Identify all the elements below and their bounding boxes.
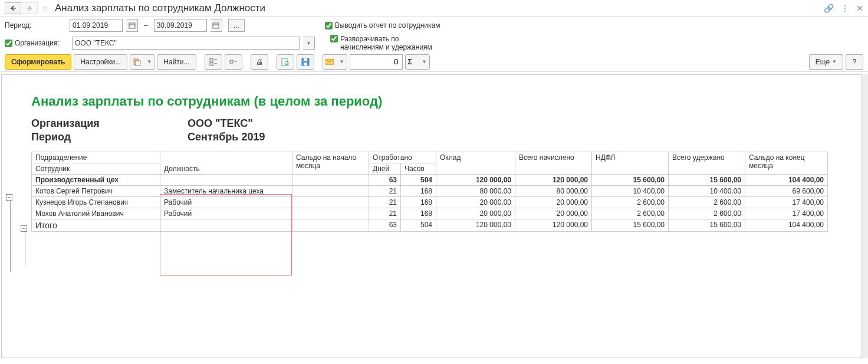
more-label: Еще bbox=[816, 58, 830, 66]
table-row[interactable]: Котов Сергей Петрович Заместитель началь… bbox=[32, 186, 828, 197]
expand-tree-button[interactable] bbox=[205, 54, 222, 70]
sigma-dropdown-button[interactable]: Σ ▼ bbox=[405, 54, 430, 70]
table-row[interactable]: Мохов Анатолий Иванович Рабочий 21 168 2… bbox=[32, 208, 828, 219]
cell-accrued: 20 000,00 bbox=[515, 197, 592, 208]
report-table: Подразделение Должность Сальдо на начало… bbox=[31, 152, 828, 232]
cell-salary: 80 000,00 bbox=[436, 186, 515, 197]
date-separator: – bbox=[144, 21, 148, 29]
date-to-value: 30.09.2019 bbox=[157, 21, 192, 29]
date-to-input[interactable]: 30.09.2019 bbox=[154, 19, 207, 32]
report-area: − − Анализ зарплаты по сотрудникам (в це… bbox=[1, 74, 862, 358]
paste-icon bbox=[133, 58, 141, 66]
cell-ndfl: 2 600,00 bbox=[592, 197, 669, 208]
chevron-down-icon: ▼ bbox=[340, 59, 344, 64]
favorite-star-icon[interactable]: ☆ bbox=[41, 4, 49, 13]
cell-days: 21 bbox=[369, 208, 401, 219]
cell-balance-end: 69 600,00 bbox=[745, 186, 828, 197]
cell-employee: Кузнецов Игорь Степанович bbox=[32, 197, 160, 208]
calendar-from-button[interactable] bbox=[126, 19, 138, 32]
report-org-value: ООО "ТЕКС" bbox=[188, 117, 862, 130]
svg-rect-4 bbox=[213, 23, 219, 28]
vertical-scrollbar[interactable] bbox=[862, 74, 868, 358]
cell-salary: 20 000,00 bbox=[436, 197, 515, 208]
help-button[interactable]: ? bbox=[846, 54, 863, 70]
report-period-value: Сентябрь 2019 bbox=[188, 131, 862, 143]
total-days: 63 bbox=[369, 219, 401, 232]
group-hours: 504 bbox=[401, 175, 436, 186]
date-from-input[interactable]: 01.09.2019 bbox=[70, 19, 123, 32]
cell-employee: Мохов Анатолий Иванович bbox=[32, 208, 160, 219]
svg-rect-18 bbox=[304, 63, 307, 65]
cell-hours: 168 bbox=[401, 197, 436, 208]
preview-button[interactable] bbox=[277, 54, 294, 70]
magnifier-doc-icon bbox=[281, 58, 290, 66]
th-ndfl: НДФЛ bbox=[592, 152, 669, 175]
collapse-tree-button[interactable] bbox=[225, 54, 242, 70]
chevron-down-icon: ▼ bbox=[422, 59, 427, 64]
organization-label: Организация: bbox=[15, 39, 60, 47]
th-department: Подразделение bbox=[32, 152, 160, 163]
svg-rect-12 bbox=[230, 60, 233, 63]
close-icon[interactable]: ✕ bbox=[856, 4, 863, 13]
cell-ndfl: 2 600,00 bbox=[592, 208, 669, 219]
print-button[interactable]: 🖨 bbox=[251, 54, 268, 70]
organization-dropdown-button[interactable]: ▼ bbox=[303, 37, 315, 50]
th-balance-start: Сальдо на начало месяца bbox=[292, 152, 369, 175]
email-dropdown-button[interactable]: ▼ bbox=[323, 54, 347, 70]
generate-label: Сформировать bbox=[11, 58, 65, 66]
tree-collapse-root-button[interactable]: − bbox=[6, 194, 12, 201]
more-button[interactable]: Еще ▼ bbox=[809, 54, 843, 70]
report-org-label: Организация bbox=[31, 117, 188, 130]
sigma-icon: Σ bbox=[408, 58, 412, 66]
back-button[interactable] bbox=[5, 2, 21, 14]
tree-collapse-group-button[interactable]: − bbox=[21, 225, 27, 232]
settings-button[interactable]: Настройки... bbox=[74, 54, 127, 70]
period-label: Период: bbox=[5, 21, 66, 29]
th-employee: Сотрудник bbox=[32, 163, 160, 175]
th-days: Дней bbox=[369, 163, 401, 175]
table-group-row[interactable]: Производственный цех 63 504 120 000,00 1… bbox=[32, 175, 828, 186]
group-withheld: 15 600,00 bbox=[669, 175, 745, 186]
paste-dropdown-button[interactable]: ▼ bbox=[130, 54, 154, 70]
total-withheld: 15 600,00 bbox=[669, 219, 745, 232]
cell-position: Рабочий bbox=[160, 208, 292, 219]
find-label: Найти... bbox=[163, 58, 189, 66]
period-ellipsis-button[interactable]: ... bbox=[228, 19, 245, 32]
generate-button[interactable]: Сформировать bbox=[5, 54, 71, 70]
help-label: ? bbox=[853, 58, 857, 66]
cell-ndfl: 10 400,00 bbox=[592, 186, 669, 197]
th-withheld: Всего удержано bbox=[669, 152, 745, 175]
svg-rect-7 bbox=[136, 61, 140, 65]
cell-balance-end: 17 400,00 bbox=[745, 197, 828, 208]
report-period-label: Период bbox=[31, 131, 188, 143]
group-ndfl: 15 600,00 bbox=[592, 175, 669, 186]
organization-input[interactable]: ООО "ТЕКС" bbox=[72, 37, 300, 50]
save-button[interactable] bbox=[297, 54, 314, 70]
show-by-employees-checkbox[interactable] bbox=[325, 22, 333, 29]
total-ndfl: 15 600,00 bbox=[592, 219, 669, 232]
group-accrued: 120 000,00 bbox=[515, 175, 592, 186]
organization-checkbox[interactable] bbox=[5, 40, 12, 47]
group-name: Производственный цех bbox=[32, 175, 160, 186]
total-balance-end: 104 400,00 bbox=[745, 219, 828, 232]
find-button[interactable]: Найти... bbox=[157, 54, 196, 70]
total-hours: 504 bbox=[401, 219, 436, 232]
expand-accruals-checkbox[interactable] bbox=[330, 35, 338, 42]
table-row[interactable]: Кузнецов Игорь Степанович Рабочий 21 168… bbox=[32, 197, 828, 208]
envelope-icon bbox=[326, 59, 334, 65]
total-label: Итого bbox=[32, 219, 160, 232]
link-icon[interactable]: 🔗 bbox=[824, 4, 834, 13]
cell-days: 21 bbox=[369, 197, 401, 208]
more-vertical-icon[interactable]: ⋮ bbox=[841, 4, 849, 13]
show-by-employees-label: Выводить отчет по сотрудникам bbox=[335, 21, 440, 29]
cell-hours: 168 bbox=[401, 208, 436, 219]
number-input[interactable] bbox=[350, 54, 403, 70]
svg-rect-8 bbox=[210, 58, 213, 61]
forward-button[interactable] bbox=[21, 2, 38, 14]
table-total-row[interactable]: Итого 63 504 120 000,00 120 000,00 15 60… bbox=[32, 219, 828, 232]
th-hours: Часов bbox=[401, 163, 436, 175]
th-worked: Отработано bbox=[369, 152, 436, 163]
chevron-down-icon: ▼ bbox=[147, 59, 152, 64]
calendar-to-button[interactable] bbox=[211, 19, 222, 32]
cell-salary: 20 000,00 bbox=[436, 208, 515, 219]
